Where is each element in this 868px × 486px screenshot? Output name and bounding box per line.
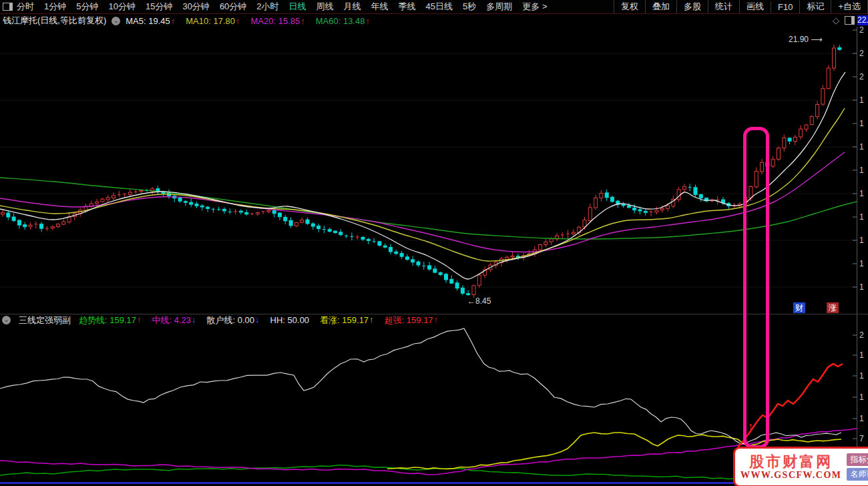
chevron-down-icon[interactable]: ⌄ <box>112 17 120 25</box>
window-icon[interactable] <box>3 3 13 11</box>
axis-tick-label: 1 <box>859 119 864 128</box>
indicator-field: 散户线: 0.00↓ <box>207 314 260 326</box>
indicator-text: 散户线: 0.00 <box>207 314 255 326</box>
period-menu-item[interactable]: 月线 <box>344 1 361 13</box>
indicator-text: HH: 50.00 <box>270 315 310 325</box>
period-menu: 分时1分钟5分钟10分钟15分钟30分钟60分钟2小时日线周线月线年线季线45日… <box>17 1 548 13</box>
axis-tick-label: 1 <box>859 371 864 381</box>
period-menu-item[interactable]: 2小时 <box>256 1 278 13</box>
tag-badge[interactable]: 涨 <box>827 302 839 313</box>
price-axis: 222111111111211117 <box>853 25 864 481</box>
sub-indicator-header: ⌄ 三线定强弱副 趋势线: 159.17↑中线: 4.23↓散户线: 0.00↓… <box>0 315 438 325</box>
period-menu-item[interactable]: 60分钟 <box>220 1 246 13</box>
period-menu-item[interactable]: 45日线 <box>426 1 453 13</box>
watermark-url: WWW.GSCFW.COM <box>740 470 841 481</box>
toolbar-button[interactable]: F10 <box>771 1 799 13</box>
watermark-card: 股市财富网 WWW.GSCFW.COM 指标分享名师课程 <box>733 447 868 486</box>
trend-arrow-icon: ↑ <box>236 16 240 26</box>
ma-text: MA5: 19.45 <box>126 16 170 26</box>
indicator-field: 超强: 159.17↑ <box>385 314 439 326</box>
ma-field: MA60: 13.48↑ <box>316 16 370 26</box>
axis-tick-label: 1 <box>859 259 864 268</box>
toolbar-button[interactable]: 多股 <box>676 0 708 13</box>
sub-green-line <box>0 465 734 479</box>
axis-current-price: 22.4 <box>857 15 868 25</box>
trend-arrow-icon: ↑ <box>137 314 142 326</box>
toolbar-right-buttons: 复权叠加多股统计画线F10标记+自选 <box>614 0 868 13</box>
trend-arrow-icon: ↑ <box>434 314 439 326</box>
ma20-line <box>0 152 845 252</box>
watermark-badges: 指标分享名师课程 <box>847 453 868 481</box>
period-menu-item[interactable]: 分时 <box>17 1 34 13</box>
watermark-title: 股市财富网 <box>749 453 833 470</box>
toolbar-button[interactable]: 复权 <box>614 0 645 13</box>
sub-indicator-name: 三线定强弱副 <box>19 314 71 326</box>
ma-text: MA60: 13.48 <box>316 16 365 26</box>
chevron-down-icon[interactable]: ⌄ <box>2 316 11 324</box>
period-menu-item[interactable]: 5秒 <box>463 1 476 13</box>
buy-signal-arrow-icon: ↑ <box>748 421 753 432</box>
period-menu-item[interactable]: 日线 <box>289 1 306 13</box>
period-menu-item[interactable]: 10分钟 <box>108 1 135 13</box>
axis-tick-label: 1 <box>859 393 864 402</box>
trend-arrow-icon: ↓ <box>255 314 260 326</box>
indicator-text: 超强: 159.17 <box>385 314 433 326</box>
indicator-field: 趋势线: 159.17↑ <box>79 314 142 326</box>
ma-values: MA5: 19.45↑MA10: 17.80↑MA20: 15.85↑MA60:… <box>126 16 370 26</box>
ma60-line <box>0 178 857 239</box>
main-chart-area[interactable] <box>0 45 857 298</box>
axis-tick-label: 1 <box>859 166 864 175</box>
watermark-badge: 名师课程 <box>847 468 868 481</box>
period-menu-item[interactable]: 1分钟 <box>44 1 66 13</box>
watermark-badge: 指标分享 <box>847 453 868 466</box>
toolbar-underline <box>0 13 868 14</box>
panel-layout-icon[interactable] <box>845 16 855 25</box>
axis-tick-label: 1 <box>859 142 864 152</box>
axis-tick-label: 1 <box>859 189 864 198</box>
axis-tick-label: 2 <box>859 72 864 81</box>
period-menu-item[interactable]: 15分钟 <box>146 1 172 13</box>
ma-field: MA5: 19.45↑ <box>126 16 175 26</box>
indicator-text: 中线: 4.23 <box>152 314 192 326</box>
diamond-icon[interactable]: ◇ <box>833 16 839 25</box>
axis-tick-label: 7 <box>859 434 864 443</box>
period-menu-item[interactable]: 周线 <box>316 1 334 13</box>
toolbar-button[interactable]: 叠加 <box>645 0 676 13</box>
axis-tick-label: 2 <box>859 25 864 35</box>
indicator-text: 看涨: 159.17 <box>320 314 369 326</box>
ma-text: MA20: 15.85 <box>251 16 300 26</box>
ma5-line <box>0 72 845 279</box>
period-menu-item[interactable]: 季线 <box>399 1 416 13</box>
axis-tick-label: 1 <box>859 350 864 360</box>
axis-tick-label: 1 <box>859 282 864 292</box>
trend-arrow-icon: ↑ <box>300 16 305 26</box>
trend-arrow-icon: ↑ <box>365 16 370 26</box>
indicator-field: 看涨: 159.17↑ <box>320 314 374 326</box>
chart-canvas[interactable]: 222111111111211117 <box>0 0 868 486</box>
header-right-icons: ◇ <box>833 16 855 25</box>
toolbar-button[interactable]: 画线 <box>739 0 771 13</box>
price-low-label: ←8.45 <box>467 296 491 306</box>
highlight-rectangle <box>743 127 769 449</box>
window-icon-fill <box>9 3 12 10</box>
toolbar-button[interactable]: 统计 <box>708 0 739 13</box>
toolbar-button[interactable]: +自选 <box>831 0 867 13</box>
sub-white-line <box>0 328 841 444</box>
ma-field: MA20: 15.85↑ <box>251 16 305 26</box>
period-menu-item[interactable]: 多周期 <box>486 1 512 13</box>
axis-tick-label: 1 <box>859 414 864 423</box>
period-menu-item[interactable]: 5分钟 <box>76 1 98 13</box>
period-menu-item[interactable]: 30分钟 <box>182 1 209 13</box>
watermark-text: 股市财富网 WWW.GSCFW.COM <box>740 453 841 481</box>
trend-arrow-icon: ↑ <box>171 16 176 26</box>
tag-badge[interactable]: 财 <box>793 302 805 313</box>
period-menu-item[interactable]: 年线 <box>371 1 389 13</box>
toolbar-button[interactable]: 标记 <box>799 0 831 13</box>
trend-arrow-icon: ↑ <box>369 314 374 326</box>
chart-header: 钱江摩托(日线,等比前复权) ⌄ MA5: 19.45↑MA10: 17.80↑… <box>0 15 370 26</box>
period-menu-item[interactable]: 更多 > <box>522 1 547 13</box>
axis-tick-label: 1 <box>859 236 864 245</box>
sub-chart-area[interactable] <box>0 328 857 479</box>
indicator-field: HH: 50.00 <box>270 315 310 325</box>
axis-tick-label: 2 <box>859 49 864 58</box>
